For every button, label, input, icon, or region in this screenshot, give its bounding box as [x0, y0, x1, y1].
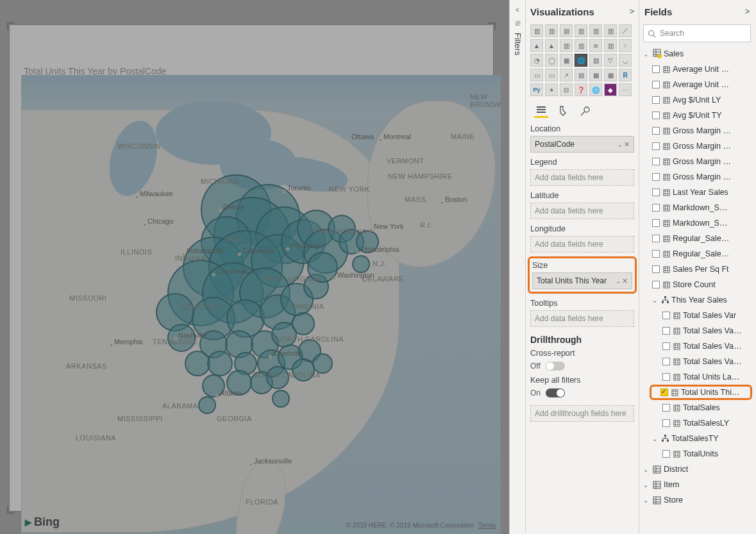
- field-item[interactable]: TotalSalesLY: [683, 419, 729, 428]
- viz-kpi[interactable]: ↗: [560, 69, 573, 81]
- viz-100-bar[interactable]: ▥: [589, 24, 602, 37]
- viz-line-column[interactable]: ▥: [560, 39, 573, 52]
- field-item[interactable]: Total Units La…: [683, 372, 739, 381]
- viz-powerapps[interactable]: ◆: [604, 83, 617, 96]
- table-store[interactable]: Store: [664, 496, 683, 505]
- expand-icon[interactable]: ⌄: [643, 497, 650, 504]
- report-canvas[interactable]: ≡ ⋯ Total Units This Year by PostalCode …: [0, 0, 509, 534]
- field-checkbox[interactable]: [652, 173, 660, 181]
- field-checkbox[interactable]: [662, 312, 670, 319]
- field-checkbox[interactable]: [662, 358, 670, 365]
- viz-multi-card[interactable]: ▭: [545, 69, 558, 81]
- expand-icon[interactable]: ⌄: [652, 297, 659, 304]
- viz-card[interactable]: ▭: [530, 69, 543, 81]
- viz-waterfall[interactable]: ▥: [604, 39, 617, 52]
- field-item[interactable]: Sales Per Sq Ft: [673, 265, 729, 274]
- viz-scatter[interactable]: ⁘: [619, 39, 632, 52]
- field-checkbox[interactable]: [660, 388, 668, 396]
- field-checkbox[interactable]: [652, 188, 660, 196]
- viz-stacked-area[interactable]: ▲: [545, 39, 558, 52]
- well-latitude[interactable]: Add data fields here: [530, 203, 634, 219]
- hierarchy-this-year-sales[interactable]: This Year Sales: [671, 296, 727, 305]
- viz-import[interactable]: ⋯: [619, 83, 632, 96]
- well-legend[interactable]: Add data fields here: [530, 169, 634, 186]
- field-item[interactable]: Gross Margin …: [673, 126, 731, 135]
- chevron-down-icon[interactable]: ⌄: [616, 278, 619, 285]
- viz-clustered-column[interactable]: ▥: [575, 24, 587, 37]
- field-checkbox[interactable]: [652, 65, 660, 73]
- viz-decomposition[interactable]: ⊟: [560, 83, 573, 96]
- field-checkbox[interactable]: [652, 219, 660, 227]
- well-drillthrough[interactable]: Add drillthrough fields here: [530, 405, 634, 422]
- field-checkbox[interactable]: [652, 204, 660, 212]
- viz-python[interactable]: Py: [530, 83, 543, 96]
- field-item[interactable]: Total Sales Va…: [683, 326, 741, 335]
- field-item[interactable]: Total Sales Va…: [683, 357, 741, 366]
- field-item[interactable]: Store Count: [673, 280, 716, 289]
- tab-analytics[interactable]: [578, 104, 592, 118]
- field-checkbox[interactable]: [652, 112, 660, 119]
- field-item[interactable]: Avg $/Unit TY: [673, 111, 722, 120]
- map-bubble[interactable]: [292, 312, 315, 335]
- terms-link[interactable]: Terms: [478, 522, 496, 529]
- viz-100-column[interactable]: ▥: [604, 24, 617, 37]
- field-item[interactable]: TotalUnits: [683, 449, 718, 458]
- well-longitude[interactable]: Add data fields here: [530, 236, 634, 253]
- map-bubble[interactable]: [207, 351, 233, 376]
- expand-icon[interactable]: ⌄: [652, 435, 659, 442]
- field-item[interactable]: Markdown_Sa…: [673, 219, 732, 228]
- remove-field-icon[interactable]: ✕: [624, 140, 630, 149]
- field-checkbox[interactable]: [662, 419, 670, 427]
- viz-table[interactable]: ▦: [589, 69, 602, 81]
- field-item[interactable]: TotalSales: [683, 403, 720, 412]
- viz-area[interactable]: ▲: [530, 39, 543, 52]
- viz-matrix[interactable]: ▦: [604, 69, 617, 81]
- viz-stacked-column[interactable]: ▥: [545, 24, 558, 37]
- collapse-pane-icon[interactable]: >: [745, 7, 750, 16]
- expand-icon[interactable]: ⌄: [643, 51, 650, 58]
- viz-key-influencers[interactable]: ✶: [545, 83, 558, 96]
- table-sales[interactable]: Sales: [664, 49, 684, 58]
- expand-icon[interactable]: ⌄: [643, 481, 650, 488]
- field-checkbox[interactable]: [652, 96, 660, 104]
- field-item[interactable]: Average Unit …: [673, 80, 729, 89]
- map-bubble[interactable]: [272, 390, 290, 408]
- viz-r[interactable]: R: [619, 69, 632, 81]
- map-bubble[interactable]: [185, 351, 210, 376]
- field-checkbox[interactable]: [652, 235, 660, 242]
- field-checkbox[interactable]: [662, 342, 670, 350]
- viz-arcgis[interactable]: 🌐: [589, 83, 602, 96]
- viz-map[interactable]: 🌐: [575, 54, 587, 67]
- viz-pie[interactable]: ◔: [530, 54, 543, 67]
- field-item[interactable]: Average Unit …: [673, 65, 729, 74]
- field-checkbox[interactable]: [652, 281, 660, 288]
- tab-fields[interactable]: [534, 104, 548, 118]
- field-item[interactable]: Regular_Sales…: [673, 234, 732, 243]
- field-item[interactable]: Avg $/Unit LY: [673, 96, 721, 104]
- well-size[interactable]: Total Units This Year ⌄ ✕: [532, 272, 632, 289]
- field-item[interactable]: Gross Margin …: [673, 142, 731, 151]
- map-visual[interactable]: Total Units This Year by PostalCode WISC…: [9, 24, 494, 512]
- field-checkbox[interactable]: [662, 404, 670, 412]
- map-bubble[interactable]: [198, 396, 216, 414]
- field-checkbox[interactable]: [662, 450, 670, 458]
- remove-field-icon[interactable]: ✕: [622, 277, 628, 285]
- fields-search[interactable]: Search: [643, 24, 751, 42]
- field-item[interactable]: Markdown_Sa…: [673, 203, 732, 212]
- expand-pane-icon[interactable]: <: [516, 6, 519, 13]
- field-checkbox[interactable]: [652, 142, 660, 150]
- field-item[interactable]: Total Units Thi…: [681, 388, 739, 397]
- viz-ribbon[interactable]: ≋: [589, 39, 602, 52]
- keep-filters-toggle[interactable]: [546, 388, 565, 397]
- viz-slicer[interactable]: ▤: [575, 69, 587, 81]
- filters-pane-collapsed[interactable]: < ⎚ Filters: [509, 0, 526, 534]
- viz-filled-map[interactable]: ▧: [589, 54, 602, 67]
- viz-qna[interactable]: ❓: [575, 83, 587, 96]
- viz-stacked-bar[interactable]: ▥: [530, 24, 543, 37]
- map-area[interactable]: WISCONSINMICHIGANILLINOISINDIANAOHIOKENT…: [21, 75, 501, 534]
- chevron-down-icon[interactable]: ⌄: [617, 141, 621, 148]
- field-checkbox[interactable]: [652, 127, 660, 135]
- field-item[interactable]: Total Sales Va…: [683, 342, 741, 351]
- table-item[interactable]: Item: [664, 480, 679, 489]
- field-checkbox[interactable]: [662, 327, 670, 335]
